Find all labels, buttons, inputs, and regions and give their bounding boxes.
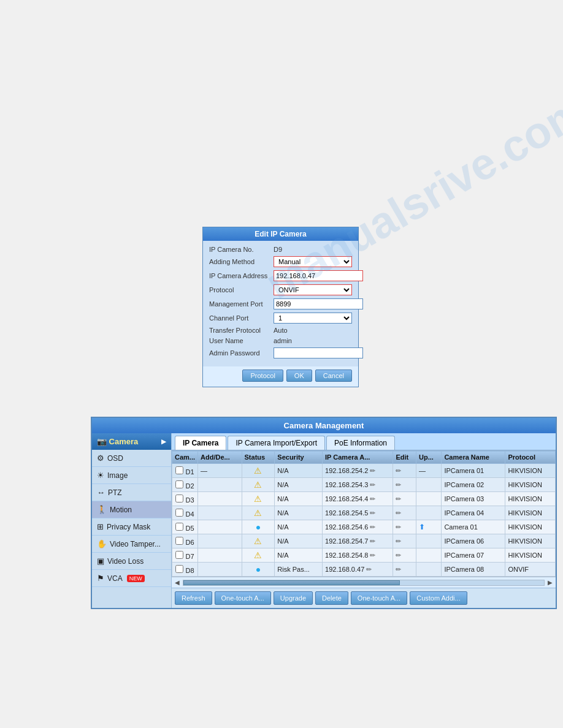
ok-icon-d8: ● bbox=[256, 564, 261, 574]
sidebar-header: 📷 Camera ▶ bbox=[92, 433, 171, 450]
cell-ip-d2: 192.168.254.3 ✏ bbox=[323, 478, 393, 492]
ok-button[interactable]: OK bbox=[286, 370, 312, 382]
cell-up-d5: ⬆ bbox=[416, 520, 441, 534]
tab-poe-information[interactable]: PoE Information bbox=[326, 436, 395, 450]
edit-ip-icon-d8[interactable]: ✏ bbox=[366, 566, 372, 573]
cell-security-d8: Risk Pas... bbox=[275, 563, 323, 577]
sidebar-camera-label: 📷 Camera bbox=[97, 437, 138, 446]
channel-port-select[interactable]: 1 bbox=[274, 313, 352, 324]
label-transfer-protocol: Transfer Protocol bbox=[209, 327, 274, 334]
edit-icon-d4[interactable]: ✏ bbox=[396, 509, 401, 517]
table-header-row: Cam... Add/De... Status Security IP Came… bbox=[172, 451, 556, 464]
admin-password-input[interactable] bbox=[274, 347, 363, 358]
cell-cam-d8: D8 bbox=[172, 563, 198, 577]
edit-icon-d6[interactable]: ✏ bbox=[396, 537, 401, 545]
scroll-thumb bbox=[183, 580, 400, 585]
value-username: admin bbox=[274, 337, 352, 344]
edit-ip-icon-d7[interactable]: ✏ bbox=[370, 552, 375, 559]
checkbox-d8[interactable] bbox=[175, 565, 183, 573]
checkbox-d6[interactable] bbox=[175, 537, 183, 545]
sidebar-video-loss-label: Video Loss bbox=[107, 557, 144, 566]
edit-icon-d1[interactable]: ✏ bbox=[396, 467, 401, 474]
dialog-row-ip-camera-no: IP Camera No. D9 bbox=[209, 246, 352, 253]
table-area: Cam... Add/De... Status Security IP Came… bbox=[172, 450, 556, 577]
ip-address-input[interactable] bbox=[274, 270, 363, 281]
delete-button[interactable]: Delete bbox=[315, 591, 348, 605]
cell-security-d2: N/A bbox=[275, 478, 323, 492]
checkbox-d3[interactable] bbox=[175, 495, 183, 502]
cell-status-d2: ⚠ bbox=[242, 478, 275, 492]
motion-icon: 🚶 bbox=[97, 505, 107, 514]
edit-ip-icon-d2[interactable]: ✏ bbox=[370, 481, 375, 488]
edit-icon-d2[interactable]: ✏ bbox=[396, 481, 401, 488]
edit-ip-icon-d3[interactable]: ✏ bbox=[370, 495, 375, 502]
tab-ip-camera[interactable]: IP Camera bbox=[175, 436, 226, 450]
sidebar-item-vca[interactable]: ⚑ VCA NEW bbox=[92, 570, 171, 587]
label-ip-camera-no: IP Camera No. bbox=[209, 246, 274, 253]
th-name: Camera Name bbox=[442, 451, 505, 464]
sidebar-item-image[interactable]: ☀ Image bbox=[92, 467, 171, 484]
checkbox-d4[interactable] bbox=[175, 509, 183, 517]
label-channel-port: Channel Port bbox=[209, 314, 274, 322]
cell-up-d8 bbox=[416, 563, 441, 577]
cell-edit-d8: ✏ bbox=[393, 563, 416, 577]
cell-add-d8 bbox=[198, 563, 242, 577]
sidebar-vca-label: VCA bbox=[107, 574, 123, 583]
label-username: User Name bbox=[209, 337, 274, 344]
edit-ip-icon-d5[interactable]: ✏ bbox=[370, 523, 375, 531]
sidebar-image-label: Image bbox=[107, 471, 128, 480]
scroll-left-button[interactable]: ◀ bbox=[173, 579, 182, 586]
scroll-right-button[interactable]: ▶ bbox=[546, 579, 554, 586]
checkbox-d7[interactable] bbox=[175, 551, 183, 559]
value-ip-camera-no: D9 bbox=[274, 246, 352, 253]
dialog-row-channel-port: Channel Port 1 bbox=[209, 313, 352, 324]
scroll-track[interactable] bbox=[183, 580, 545, 586]
mgmt-port-input[interactable] bbox=[274, 298, 363, 309]
dialog-row-transfer-protocol: Transfer Protocol Auto bbox=[209, 327, 352, 334]
edit-icon-d5[interactable]: ✏ bbox=[396, 523, 401, 531]
adding-method-select[interactable]: Manual bbox=[274, 256, 352, 267]
checkbox-d1[interactable] bbox=[175, 466, 183, 474]
edit-icon-d8[interactable]: ✏ bbox=[396, 566, 401, 573]
edit-ip-icon-d1[interactable]: ✏ bbox=[370, 467, 375, 474]
cell-ip-d1: 192.168.254.2 ✏ bbox=[323, 464, 393, 478]
checkbox-d2[interactable] bbox=[175, 480, 183, 488]
cancel-button[interactable]: Cancel bbox=[315, 370, 352, 382]
sidebar-privacy-mask-label: Privacy Mask bbox=[107, 523, 150, 531]
osd-icon: ⚙ bbox=[97, 453, 104, 463]
custom-adding-button[interactable]: Custom Addi... bbox=[410, 591, 467, 605]
sidebar-item-video-tamper[interactable]: ✋ Video Tamper... bbox=[92, 536, 171, 553]
upgrade-button[interactable]: Upgrade bbox=[274, 591, 313, 605]
protocol-select[interactable]: ONVIF bbox=[274, 284, 352, 295]
edit-ip-icon-d6[interactable]: ✏ bbox=[370, 537, 375, 545]
sidebar-item-video-loss[interactable]: ▣ Video Loss bbox=[92, 553, 171, 570]
cell-name-d8: IPCamera 08 bbox=[442, 563, 505, 577]
cell-protocol-d4: HIKVISION bbox=[505, 506, 556, 520]
protocol-button[interactable]: Protocol bbox=[242, 370, 283, 382]
camera-management-panel: Camera Management 📷 Camera ▶ ⚙ OSD ☀ Ima… bbox=[91, 417, 557, 609]
th-ip: IP Camera A... bbox=[323, 451, 393, 464]
tab-ip-camera-import-export[interactable]: IP Camera Import/Export bbox=[228, 436, 325, 450]
edit-icon-d3[interactable]: ✏ bbox=[396, 495, 401, 502]
refresh-button[interactable]: Refresh bbox=[175, 591, 212, 605]
sidebar-item-ptz[interactable]: ↔ PTZ bbox=[92, 484, 171, 501]
dialog-body: IP Camera No. D9 Adding Method Manual IP… bbox=[203, 241, 358, 366]
edit-ip-icon-d4[interactable]: ✏ bbox=[370, 509, 375, 517]
warn-icon-d6: ⚠ bbox=[254, 536, 262, 546]
cell-ip-d6: 192.168.254.7 ✏ bbox=[323, 534, 393, 548]
one-touch-add-button[interactable]: One-touch A... bbox=[351, 591, 407, 605]
value-transfer-protocol: Auto bbox=[274, 327, 352, 334]
cell-protocol-d8: ONVIF bbox=[505, 563, 556, 577]
cell-name-d7: IPCamera 07 bbox=[442, 548, 505, 563]
sidebar-item-privacy-mask[interactable]: ⊞ Privacy Mask bbox=[92, 518, 171, 536]
cell-ip-d4: 192.168.254.5 ✏ bbox=[323, 506, 393, 520]
label-mgmt-port: Management Port bbox=[209, 300, 274, 308]
one-touch-activate-button[interactable]: One-touch A... bbox=[215, 591, 271, 605]
sidebar-item-osd[interactable]: ⚙ OSD bbox=[92, 450, 171, 467]
edit-icon-d7[interactable]: ✏ bbox=[396, 552, 401, 559]
dialog-row-admin-password: Admin Password bbox=[209, 347, 352, 358]
sidebar-item-motion[interactable]: 🚶 Motion bbox=[92, 501, 171, 518]
ok-icon-d5: ● bbox=[256, 522, 261, 532]
th-add: Add/De... bbox=[198, 451, 242, 464]
checkbox-d5[interactable] bbox=[175, 523, 183, 531]
